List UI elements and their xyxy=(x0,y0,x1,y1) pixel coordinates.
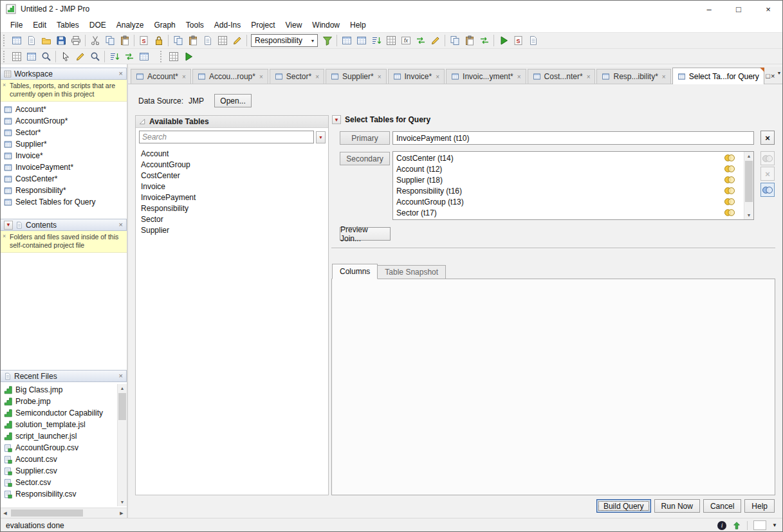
menu-tables[interactable]: Tables xyxy=(51,19,84,31)
menu-doe[interactable]: DOE xyxy=(84,19,111,31)
available-table-item[interactable]: CostCenter xyxy=(136,170,328,181)
doc-tab[interactable]: Invoice*× xyxy=(388,69,445,84)
sort-button[interactable] xyxy=(369,33,383,48)
workspace-panel-header[interactable]: Workspace × xyxy=(0,68,127,80)
zoom-tool-button[interactable] xyxy=(88,50,102,64)
doc-tab[interactable]: Accou...roup*× xyxy=(192,69,268,84)
recent-files-scrollbar[interactable]: ▲ ▼ xyxy=(117,384,127,506)
preview-join-button[interactable]: Preview Join... xyxy=(340,227,391,241)
contents-panel-header[interactable]: ▼ Contents × xyxy=(0,219,127,231)
menu-file[interactable]: File xyxy=(5,19,28,31)
brush-tool-button[interactable] xyxy=(73,50,88,64)
annotate-button[interactable] xyxy=(230,33,244,48)
close-pane-button[interactable]: × xyxy=(770,69,775,82)
secondary-table-item[interactable]: Supplier (t18) xyxy=(393,174,744,185)
select-all-rows-button[interactable] xyxy=(24,50,39,64)
edit-join-button[interactable] xyxy=(760,183,775,197)
scrollbar-thumb[interactable] xyxy=(745,161,753,202)
menu-project[interactable]: Project xyxy=(246,19,280,31)
tab-columns[interactable]: Columns xyxy=(332,264,378,279)
maximize-pane-button[interactable]: □ xyxy=(766,69,771,82)
tab-close-icon[interactable]: × xyxy=(182,73,186,80)
journal-page-button[interactable] xyxy=(200,33,215,48)
doc-tab[interactable]: Resp...ibility*× xyxy=(596,69,670,84)
tab-close-icon[interactable]: × xyxy=(436,73,439,80)
maximize-button[interactable]: □ xyxy=(724,0,753,18)
secondary-table-item[interactable]: Sector (t17) xyxy=(393,207,744,218)
dismiss-note-icon[interactable]: × xyxy=(3,82,6,89)
available-table-item[interactable]: Supplier xyxy=(136,225,328,235)
scrollbar-thumb[interactable] xyxy=(118,393,126,420)
info-icon[interactable]: i xyxy=(717,521,726,530)
show-log-button[interactable] xyxy=(526,33,540,48)
close-button[interactable]: × xyxy=(753,0,783,18)
recent-file-item[interactable]: Big Class.jmp xyxy=(0,384,117,396)
scroll-up-icon[interactable]: ▲ xyxy=(118,384,127,392)
doc-tab[interactable]: Sector*× xyxy=(270,69,324,84)
tab-close-icon[interactable]: × xyxy=(662,73,666,80)
data-filter-button[interactable] xyxy=(320,33,335,48)
workspace-item[interactable]: Select Tables for Query xyxy=(0,196,127,208)
scroll-down-icon[interactable]: ▼ xyxy=(118,498,127,506)
cut-button[interactable] xyxy=(88,33,102,48)
workspace-item[interactable]: InvoicePayment* xyxy=(0,161,127,173)
build-query-button[interactable]: Build Query xyxy=(596,499,651,513)
secondary-list-scrollbar[interactable]: ▲ ▼ xyxy=(744,152,753,219)
up-arrow-icon[interactable] xyxy=(732,521,741,530)
tab-close-icon[interactable]: × xyxy=(315,73,319,80)
recent-file-item[interactable]: Sector.csv xyxy=(0,477,117,488)
show-tables-panel-button[interactable] xyxy=(166,50,181,64)
formula-button[interactable] xyxy=(398,33,413,48)
update-button[interactable] xyxy=(477,33,492,48)
menu-edit[interactable]: Edit xyxy=(28,19,51,31)
open-button[interactable] xyxy=(39,33,53,48)
workspace-item[interactable]: Supplier* xyxy=(0,138,127,150)
open-data-source-button[interactable]: Open... xyxy=(214,94,252,107)
debug-script-button[interactable] xyxy=(511,33,526,48)
available-tables-header[interactable]: Available Tables xyxy=(136,116,328,128)
recent-file-item[interactable]: Account.csv xyxy=(0,454,117,465)
run-now-button[interactable]: Run Now xyxy=(654,499,700,513)
secondary-table-item[interactable]: Responsibility (t16) xyxy=(393,185,744,196)
doc-tab[interactable]: Cost...nter*× xyxy=(528,69,596,84)
available-table-item[interactable]: Account xyxy=(136,148,328,159)
subset-button[interactable] xyxy=(354,33,369,48)
search-menu-icon[interactable]: ▼ xyxy=(316,131,326,143)
doc-tab[interactable]: Supplier*× xyxy=(326,69,387,84)
tab-close-icon[interactable]: × xyxy=(378,73,382,80)
encrypt-script-button[interactable] xyxy=(151,33,166,48)
cancel-button[interactable]: Cancel xyxy=(703,499,741,513)
copy-with-full-precision-button[interactable] xyxy=(447,33,462,48)
data-table-combo[interactable]: Responsibility ▼ xyxy=(251,34,318,47)
print-button[interactable] xyxy=(68,33,83,48)
recode-button[interactable] xyxy=(428,33,443,48)
layout-button[interactable] xyxy=(215,33,230,48)
recent-file-item[interactable]: Probe.jmp xyxy=(0,396,117,407)
move-rows-button[interactable] xyxy=(122,50,136,64)
menu-add-ins[interactable]: Add-Ins xyxy=(209,19,246,31)
minimize-button[interactable]: – xyxy=(694,0,724,18)
menu-tools[interactable]: Tools xyxy=(181,19,209,31)
toolbar-drag-handle[interactable] xyxy=(3,35,6,46)
join-button[interactable] xyxy=(413,33,428,48)
missing-data-pattern-button[interactable] xyxy=(383,33,398,48)
new-journal-button[interactable] xyxy=(24,33,39,48)
scroll-up-icon[interactable]: ▲ xyxy=(744,152,753,160)
copy-table-button[interactable] xyxy=(170,33,185,48)
workspace-item[interactable]: AccountGroup* xyxy=(0,115,127,127)
copy-button[interactable] xyxy=(102,33,117,48)
status-box[interactable] xyxy=(753,520,766,530)
red-triangle-menu-icon[interactable]: ▼ xyxy=(332,115,341,124)
chevron-down-icon[interactable]: ▼ xyxy=(772,522,777,528)
workspace-item[interactable]: Responsibility* xyxy=(0,185,127,196)
secondary-button[interactable]: Secondary xyxy=(340,152,390,165)
doc-tab[interactable]: Invoic...yment*× xyxy=(446,69,526,84)
recent-file-item[interactable]: AccountGroup.csv xyxy=(0,442,117,454)
recent-file-item[interactable]: Supplier.csv xyxy=(0,465,117,477)
scroll-down-icon[interactable]: ▼ xyxy=(744,211,753,219)
exclude-rows-button[interactable] xyxy=(136,50,151,64)
workspace-item[interactable]: CostCenter* xyxy=(0,173,127,185)
dismiss-note-icon[interactable]: × xyxy=(3,233,6,240)
available-table-item[interactable]: Sector xyxy=(136,214,328,225)
recent-file-item[interactable]: solution_template.jsl xyxy=(0,419,117,430)
